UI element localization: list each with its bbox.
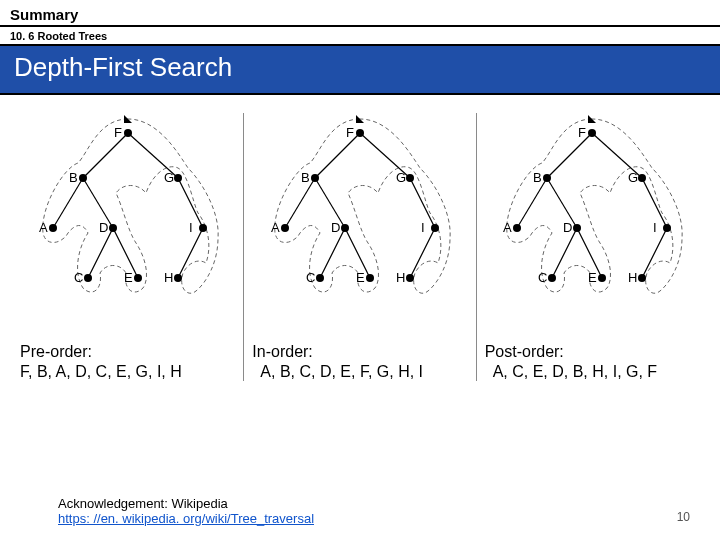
svg-point-46 [431,224,439,232]
svg-line-59 [552,228,577,278]
svg-line-32 [320,228,345,278]
svg-text:F: F [114,125,122,140]
svg-text:B: B [301,170,310,185]
svg-text:A: A [503,220,512,235]
svg-text:I: I [653,220,657,235]
tree-diagram-preorder: FBGADICEH [20,113,235,333]
svg-text:H: H [164,270,173,285]
svg-point-77 [598,274,606,282]
content-row: FBGADICEH Pre-order: F, B, A, D, C, E, G… [0,95,720,381]
svg-text:F: F [346,125,354,140]
inorder-sequence: A, B, C, D, E, F, G, H, I [252,363,467,381]
svg-text:E: E [124,270,133,285]
svg-text:I: I [189,220,193,235]
svg-point-71 [573,224,581,232]
svg-point-75 [548,274,556,282]
svg-line-35 [410,228,435,278]
svg-line-31 [315,178,345,228]
inorder-label: In-order: [252,343,467,361]
tree-diagram-postorder: FBGADICEH [485,113,700,333]
svg-text:A: A [39,220,48,235]
preorder-label: Pre-order: [20,343,235,361]
svg-line-4 [83,178,113,228]
svg-point-50 [366,274,374,282]
svg-point-13 [174,174,182,182]
ack-link[interactable]: https: //en. wikipedia. org/wiki/Tree_tr… [58,511,314,526]
svg-text:G: G [396,170,406,185]
svg-text:I: I [421,220,425,235]
svg-point-40 [406,174,414,182]
svg-point-9 [124,129,132,137]
summary-heading: Summary [0,0,720,27]
svg-text:A: A [271,220,280,235]
svg-text:H: H [628,270,637,285]
svg-text:C: C [306,270,315,285]
svg-text:B: B [69,170,78,185]
tree-diagram-inorder: FBGADICEH [252,113,467,333]
svg-text:D: D [563,220,572,235]
svg-point-65 [543,174,551,182]
svg-point-15 [49,224,57,232]
section-label: 10. 6 Rooted Trees [0,27,720,46]
svg-point-21 [84,274,92,282]
col-preorder: FBGADICEH Pre-order: F, B, A, D, C, E, G… [12,113,244,381]
svg-text:B: B [533,170,542,185]
svg-line-5 [88,228,113,278]
svg-line-8 [178,228,203,278]
svg-text:E: E [588,270,597,285]
svg-text:G: G [628,170,638,185]
page-number: 10 [677,510,690,524]
svg-point-69 [513,224,521,232]
svg-text:D: D [331,220,340,235]
svg-text:D: D [99,220,108,235]
svg-point-25 [174,274,182,282]
svg-text:H: H [396,270,405,285]
svg-text:C: C [74,270,83,285]
svg-point-73 [663,224,671,232]
ack-label: Acknowledgement: Wikipedia [58,496,228,511]
svg-line-62 [642,228,667,278]
svg-line-3 [53,178,83,228]
svg-point-63 [588,129,596,137]
svg-point-19 [199,224,207,232]
svg-point-79 [638,274,646,282]
svg-line-30 [285,178,315,228]
svg-point-36 [356,129,364,137]
svg-point-38 [311,174,319,182]
svg-point-44 [341,224,349,232]
svg-point-52 [406,274,414,282]
svg-text:F: F [578,125,586,140]
svg-point-11 [79,174,87,182]
postorder-sequence: A, C, E, D, B, H, I, G, F [485,363,700,381]
svg-point-42 [281,224,289,232]
svg-point-67 [638,174,646,182]
svg-text:G: G [164,170,174,185]
postorder-label: Post-order: [485,343,700,361]
col-inorder: FBGADICEH In-order: A, B, C, D, E, F, G,… [244,113,476,381]
svg-line-58 [547,178,577,228]
svg-point-23 [134,274,142,282]
svg-point-48 [316,274,324,282]
acknowledgement: Acknowledgement: Wikipedia https: //en. … [58,496,314,526]
svg-line-57 [517,178,547,228]
preorder-sequence: F, B, A, D, C, E, G, I, H [20,363,235,381]
svg-point-17 [109,224,117,232]
slide-title: Depth-First Search [0,46,720,95]
svg-text:C: C [538,270,547,285]
col-postorder: FBGADICEH Post-order: A, C, E, D, B, H, … [477,113,708,381]
svg-text:E: E [356,270,365,285]
